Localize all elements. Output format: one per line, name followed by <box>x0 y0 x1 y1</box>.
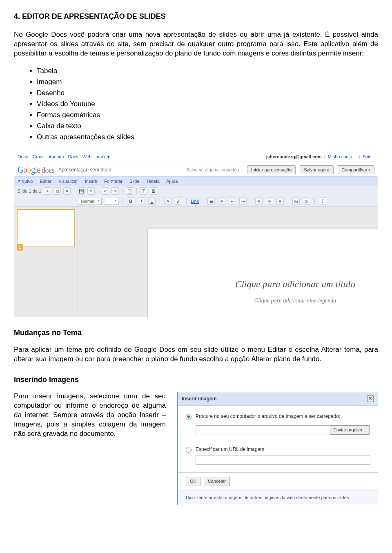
bullet-list: Tabela Imagem Desenho Vídeos do Youtube … <box>14 67 378 142</box>
align-right-icon[interactable]: ≡ <box>276 198 284 205</box>
nav-link[interactable]: Gmail <box>33 154 45 160</box>
insert-image-dialog: Inserir imagem ✕ Procure no seu computad… <box>177 392 378 505</box>
subscript-icon[interactable]: x₂ <box>292 198 300 205</box>
menu-editar[interactable]: Editar <box>40 179 51 184</box>
close-icon[interactable]: ✕ <box>367 395 374 402</box>
list-item: Caixa de texto <box>37 122 378 131</box>
outdent-icon[interactable]: ⇤ <box>229 198 236 205</box>
list-item: Imagem <box>37 78 378 87</box>
indent-icon[interactable]: ⇥ <box>239 198 247 205</box>
list-item: Desenho <box>37 89 378 98</box>
text-color-icon[interactable]: A <box>164 198 172 205</box>
superscript-icon[interactable]: x² <box>303 198 310 205</box>
nav-link[interactable]: Web <box>82 154 91 160</box>
list-item: Vídeos do Youtube <box>37 100 378 109</box>
cancel-button[interactable]: Cancelar <box>204 477 230 486</box>
slide-counter: Slide 1 de 1 <box>18 188 41 194</box>
fill-color-icon[interactable]: 🖌 <box>175 198 182 205</box>
list-item: Tabela <box>37 67 378 76</box>
underline-icon[interactable]: U <box>148 198 156 205</box>
align-left-icon[interactable]: ≡ <box>255 198 263 205</box>
upload-file-button[interactable]: Enviar arquivo... <box>330 425 370 435</box>
ok-button[interactable]: OK <box>186 477 200 486</box>
inserindo-heading: Inserindo Imagens <box>14 375 378 384</box>
option-url[interactable]: Especificar um URL de imagem <box>186 446 370 465</box>
url-field[interactable] <box>196 455 370 465</box>
top-links-bar: Orkut Gmail Agenda Docs Web mais ▼ jsher… <box>14 152 378 162</box>
editor-area: 1 Clique para adicionar um título Clique… <box>14 207 378 317</box>
account-email: jshernandezg@gmail.com <box>266 154 322 160</box>
align-center-icon[interactable]: ≡ <box>266 198 273 205</box>
toolbar-row-1: Slide 1 de 1 + ⧉ ✕ 💾 ⎙ ↶ ↷ 📋 T 🖼 <box>14 186 378 196</box>
option-url-label: Especificar um URL de imagem <box>196 446 370 453</box>
save-icon[interactable]: 💾 <box>78 187 85 195</box>
menu-bar: Arquivo Editar Visualizar Inserir Format… <box>14 177 378 187</box>
dialog-header: Inserir imagem ✕ <box>178 392 378 406</box>
presentation-title[interactable]: Apresentação sem título <box>58 167 111 173</box>
dialog-hint: Dica: tente arrastar imagens de outras p… <box>178 490 378 505</box>
bold-icon[interactable]: B <box>127 198 134 205</box>
new-slide-icon[interactable]: + <box>44 187 51 195</box>
dialog-footer: OK Cancelar <box>178 472 378 490</box>
clipboard-icon[interactable]: 📋 <box>126 187 133 195</box>
textbox-icon[interactable]: T <box>140 187 147 195</box>
clear-format-icon[interactable]: T <box>319 198 326 205</box>
nav-link[interactable]: Agenda <box>49 154 64 160</box>
redo-icon[interactable]: ↷ <box>111 187 119 195</box>
slide-thumbnails: 1 <box>14 207 78 317</box>
delete-slide-icon[interactable]: ✕ <box>63 187 71 195</box>
save-status: Salvo há alguns segundos <box>186 167 239 173</box>
google-docs-screenshot: Orkut Gmail Agenda Docs Web mais ▼ jsher… <box>14 152 378 318</box>
undo-icon[interactable]: ↶ <box>102 187 109 195</box>
font-selector[interactable]: Normal <box>78 198 102 205</box>
mudancas-text: Para aplicar um tema pré-definido do Goo… <box>14 345 378 364</box>
list-item: Formas geométricas <box>37 111 378 120</box>
slide-surface[interactable]: Clique para adicionar um título Clique p… <box>147 229 378 317</box>
start-presentation-button[interactable]: Iniciar apresentação <box>247 165 296 175</box>
menu-slide[interactable]: Slide <box>129 179 139 184</box>
signout-link[interactable]: Sair <box>362 154 370 160</box>
dialog-title: Inserir imagem <box>182 395 216 402</box>
image-icon[interactable]: 🖼 <box>150 187 157 195</box>
link-button[interactable]: Link <box>191 198 199 204</box>
radio-icon[interactable] <box>186 414 192 420</box>
option-upload-label: Procure no seu computador o arquivo de i… <box>196 413 370 420</box>
option-upload[interactable]: Procure no seu computador o arquivo de i… <box>186 413 370 439</box>
thumbnail-number: 1 <box>17 244 23 251</box>
my-account-link[interactable]: Minha conta <box>328 154 352 160</box>
nav-link[interactable]: Docs <box>68 154 78 160</box>
list-item: Outras apresentações de slides <box>37 133 378 142</box>
mudancas-heading: Mudanças no Tema <box>14 328 378 338</box>
toolbar-row-2: Normal B I U A 🖌 Link ☰ ≡ ⇤ ⇥ ≡ ≡ ≡ x₂ x… <box>14 196 378 207</box>
inserindo-text: Para inserir imagens, selecione uma de s… <box>14 392 166 439</box>
italic-icon[interactable]: I <box>138 198 145 205</box>
nav-link-more[interactable]: mais ▼ <box>96 154 111 160</box>
radio-icon[interactable] <box>186 447 192 453</box>
title-placeholder[interactable]: Clique para adicionar um título <box>148 278 378 291</box>
menu-tabela[interactable]: Tabela <box>146 179 159 184</box>
print-icon[interactable]: ⎙ <box>87 187 95 195</box>
subtitle-placeholder[interactable]: Clique para adicionar uma legenda <box>148 297 378 305</box>
size-selector[interactable] <box>105 198 118 205</box>
numbered-list-icon[interactable]: ☰ <box>207 198 215 205</box>
heading: 4. EDITOR DE APRESENTAÇÃO DE SLIDES <box>14 11 378 21</box>
menu-inserir[interactable]: Inserir <box>85 179 98 184</box>
save-now-button[interactable]: Salvar agora <box>300 165 333 175</box>
duplicate-slide-icon[interactable]: ⧉ <box>53 187 61 195</box>
google-docs-logo: Googledocs <box>18 164 54 175</box>
menu-formatar[interactable]: Formatar <box>104 179 122 184</box>
bullet-list-icon[interactable]: ≡ <box>218 198 225 205</box>
slide-canvas: Clique para adicionar um título Clique p… <box>78 207 378 317</box>
nav-link[interactable]: Orkut <box>18 154 29 160</box>
menu-ajuda[interactable]: Ajuda <box>166 179 178 184</box>
menu-visualizar[interactable]: Visualizar <box>58 179 78 184</box>
brand-row: Googledocs Apresentação sem título Salvo… <box>14 162 378 177</box>
thumbnail-slide-1[interactable] <box>17 209 75 247</box>
share-button[interactable]: Compartilhar <box>338 165 374 175</box>
menu-arquivo[interactable]: Arquivo <box>18 179 33 184</box>
intro-paragraph: No Google Docs você poderá criar uma nov… <box>14 30 378 58</box>
